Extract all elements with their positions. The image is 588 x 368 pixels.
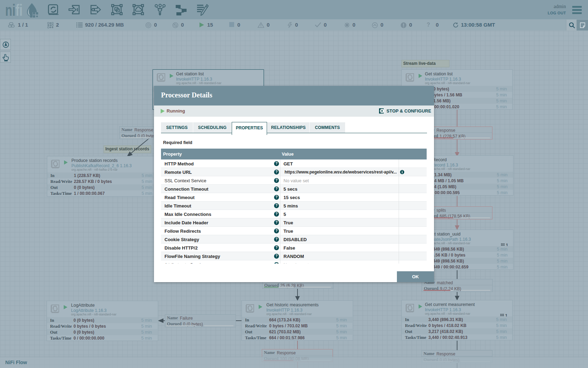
svg-text:nifi: nifi bbox=[5, 1, 23, 19]
